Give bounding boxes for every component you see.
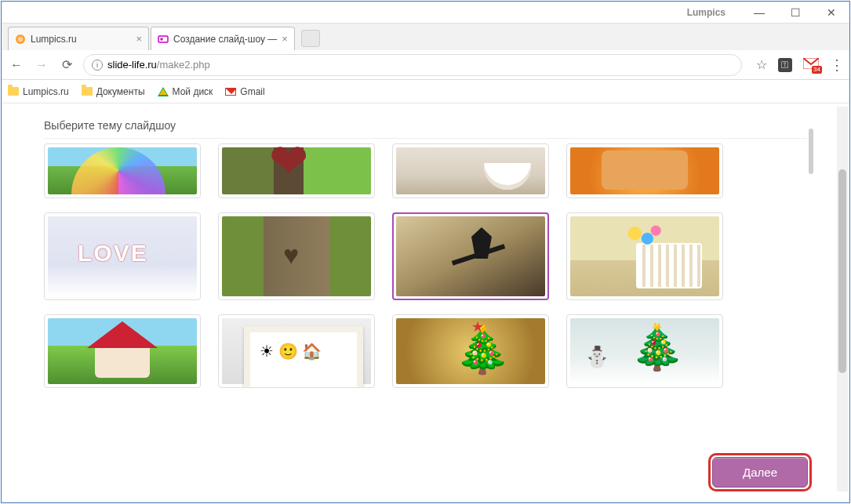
toolbar-right: ☆ ⚿ 34 ⋮: [756, 56, 843, 74]
page-heading: Выберите тему слайдшоу: [44, 114, 807, 139]
forward-button[interactable]: →: [33, 56, 50, 74]
window-close-button[interactable]: ✕: [813, 2, 849, 24]
theme-mushroom-house[interactable]: [44, 314, 201, 388]
page-scrollbar-thumb[interactable]: [838, 169, 846, 373]
bookmark-gmail[interactable]: Gmail: [225, 86, 264, 97]
theme-picker-card: Выберите тему слайдшоу: [33, 110, 818, 399]
tab-strip: Lumpics.ru × Создание слайд-шоу — ×: [2, 24, 849, 50]
bookmark-label: Мой диск: [173, 86, 213, 97]
gmail-unread-badge: 34: [812, 66, 822, 74]
gdrive-icon: [158, 87, 169, 96]
theme-grid: [44, 143, 807, 388]
extension-key-icon[interactable]: ⚿: [778, 58, 792, 72]
folder-icon: [82, 87, 93, 96]
tab-close-icon[interactable]: ×: [136, 33, 142, 45]
theme-love-hearts[interactable]: [44, 212, 201, 300]
window-titlebar: Lumpics — ☐ ✕: [2, 2, 849, 24]
bookmark-my-drive[interactable]: Мой диск: [158, 86, 213, 97]
tab-title: Создание слайд-шоу —: [173, 34, 277, 45]
chrome-menu-icon[interactable]: ⋮: [830, 56, 843, 74]
svg-rect-3: [161, 38, 163, 40]
bookmarks-bar: Lumpics.ru Документы Мой диск Gmail: [2, 80, 849, 103]
theme-birthday-cake[interactable]: [566, 143, 723, 198]
bookmark-label: Gmail: [240, 86, 264, 97]
svg-rect-2: [158, 36, 168, 42]
bookmark-lumpics[interactable]: Lumpics.ru: [8, 86, 69, 97]
gmail-icon: [225, 88, 236, 96]
tab-lumpics[interactable]: Lumpics.ru ×: [8, 27, 149, 50]
theme-street-lamp[interactable]: [392, 212, 549, 300]
url-host: slide-life.ru: [107, 59, 157, 71]
theme-christmas-snow[interactable]: [566, 314, 723, 388]
svg-point-1: [18, 36, 23, 41]
favicon-icon: [15, 34, 26, 45]
toolbar: ← → ⟳ i slide-life.ru/make2.php ☆ ⚿ 34 ⋮: [2, 50, 849, 80]
folder-icon: [8, 87, 19, 96]
next-button[interactable]: Далее: [712, 457, 808, 488]
page-viewport: Выберите тему слайдшоу Дал: [2, 103, 849, 502]
theme-rainbow[interactable]: [44, 143, 201, 198]
bookmark-label: Документы: [96, 86, 145, 97]
theme-cafe-cup[interactable]: [392, 143, 549, 198]
theme-bark-heart[interactable]: [218, 212, 375, 300]
back-button[interactable]: ←: [8, 56, 25, 74]
window-brand: Lumpics: [687, 7, 726, 18]
next-button-highlight: Далее: [708, 453, 812, 491]
window-minimize-button[interactable]: —: [741, 2, 777, 24]
address-bar[interactable]: i slide-life.ru/make2.php: [83, 54, 742, 76]
tab-title: Lumpics.ru: [31, 34, 77, 45]
theme-kids-drawing[interactable]: [218, 314, 375, 388]
reload-button[interactable]: ⟳: [58, 56, 75, 74]
gmail-extension-icon[interactable]: 34: [803, 58, 819, 72]
tab-close-icon[interactable]: ×: [282, 33, 288, 45]
page-scrollbar[interactable]: [837, 107, 848, 491]
new-tab-button[interactable]: [301, 30, 320, 47]
window-maximize-button[interactable]: ☐: [777, 2, 813, 24]
inner-scrollbar-thumb[interactable]: [809, 129, 813, 174]
favicon-icon: [158, 34, 169, 45]
theme-tree-heart[interactable]: [218, 143, 375, 198]
theme-nursery-crib[interactable]: [566, 212, 723, 300]
browser-window: Lumpics — ☐ ✕ Lumpics.ru × Создание слай…: [1, 1, 850, 503]
bookmark-star-icon[interactable]: ☆: [756, 57, 767, 72]
url-path: /make2.php: [157, 59, 210, 71]
theme-christmas-gold[interactable]: [392, 314, 549, 388]
tab-slidelife[interactable]: Создание слайд-шоу — ×: [151, 27, 295, 50]
site-info-icon[interactable]: i: [92, 60, 103, 71]
bookmark-documents[interactable]: Документы: [82, 86, 145, 97]
bookmark-label: Lumpics.ru: [23, 86, 69, 97]
